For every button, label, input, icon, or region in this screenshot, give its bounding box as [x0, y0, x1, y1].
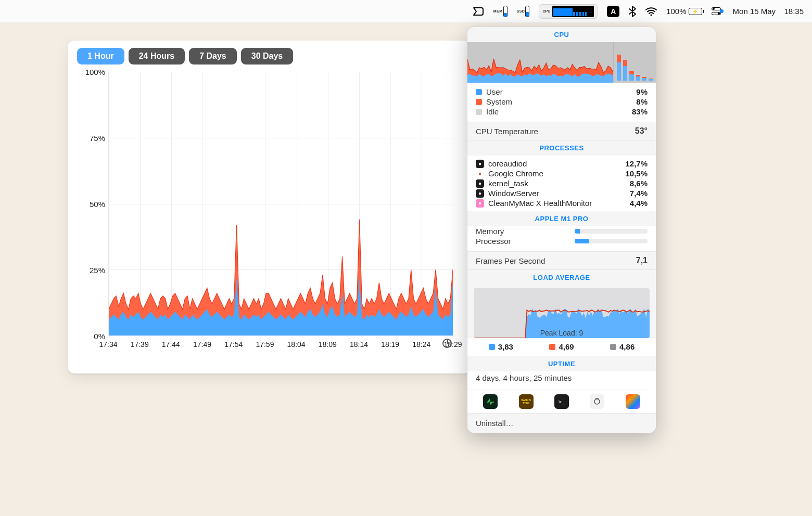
cpu-popup: CPU User9%System8%Idle83% CPU Temperatur… [467, 27, 656, 433]
load-value: 4,86 [610, 342, 635, 351]
process-row: ●Google Chrome10,5% [467, 169, 656, 178]
menubar: MEM SSD CPU A 100% ⚡ Mon 15 May 18:35 [0, 0, 812, 23]
x-tick: 18:09 [319, 340, 337, 349]
menubar-time: 18:35 [784, 7, 804, 16]
x-tick: 17:39 [131, 340, 149, 349]
x-tick: 18:14 [350, 340, 368, 349]
processes-title: PROCESSES [467, 140, 656, 156]
battery-icon: ⚡ [689, 8, 702, 15]
process-row: ●kernel_task8,6% [467, 178, 656, 188]
processor-bar [575, 239, 648, 243]
chart-area: 100%75%50%25%0% 17:3417:3917:4417:4917:5… [77, 69, 461, 359]
uptime-title: UPTIME [467, 356, 656, 371]
y-tick: 25% [77, 266, 105, 275]
menu-item-keyboard-input[interactable]: A [607, 6, 619, 17]
bluetooth-icon [629, 6, 636, 17]
process-row: ●WindowServer7,4% [467, 188, 656, 198]
x-tick: 17:49 [193, 340, 211, 349]
popup-title: CPU [467, 27, 656, 42]
x-tick: 17:34 [99, 340, 117, 349]
x-tick: 17:54 [224, 340, 243, 349]
peak-load-label: Peak Load: 9 [474, 329, 650, 337]
tab-1-hour[interactable]: 1 Hour [77, 48, 124, 64]
load-value: 3,83 [489, 342, 513, 351]
y-tick: 75% [77, 134, 105, 143]
clock-icon [442, 339, 452, 348]
y-tick: 100% [77, 68, 105, 76]
svg-point-1 [594, 399, 600, 404]
menu-item-clock[interactable]: Mon 15 May 18:35 [733, 7, 804, 16]
menu-item-bluetooth[interactable] [629, 6, 636, 17]
svg-point-0 [651, 14, 652, 16]
process-row: ●coreaudiod12,7% [467, 159, 656, 169]
process-row: ●CleanMyMac X HealthMonitor4,4% [467, 198, 656, 208]
app-shortcuts: WARNTOO >_ [467, 390, 656, 413]
cpu-temperature-value: 53° [635, 126, 648, 136]
usage-row: System8% [467, 97, 656, 107]
process-list: ●coreaudiod12,7%●Google Chrome10,5%●kern… [467, 156, 656, 211]
app-system-info[interactable] [590, 394, 604, 409]
fps-value: 7,1 [636, 256, 648, 265]
menu-item-wifi[interactable] [645, 7, 657, 16]
menu-item-battery[interactable]: 100% ⚡ [666, 7, 702, 16]
menu-item-memory[interactable]: MEM [493, 6, 508, 17]
tab-7-days[interactable]: 7 Days [189, 48, 237, 64]
cpu-usage-list: User9%System8%Idle83% [467, 83, 656, 122]
usage-row: User9% [467, 87, 656, 97]
tab-24-hours[interactable]: 24 Hours [129, 48, 185, 64]
x-tick: 18:04 [287, 340, 306, 349]
ssd-label: SSD [517, 10, 525, 13]
cpu-temperature-label: CPU Temperature [476, 127, 538, 136]
usage-row: Idle83% [467, 107, 656, 117]
menu-item-ssd[interactable]: SSD [517, 6, 530, 17]
load-average-graph: Peak Load: 9 [474, 288, 650, 338]
cpu-temperature-row: CPU Temperature 53° [467, 122, 656, 140]
app-activity-monitor[interactable] [483, 394, 498, 409]
range-tabs: 1 Hour 24 Hours 7 Days 30 Days [77, 48, 461, 64]
app-console[interactable]: WARNTOO [519, 394, 534, 409]
chip-bars: Memory Processor [467, 226, 656, 251]
load-value: 4,69 [549, 342, 574, 351]
load-title: LOAD AVERAGE [467, 270, 656, 285]
chip-title: APPLE M1 PRO [467, 211, 656, 226]
battery-percent: 100% [666, 7, 686, 16]
load-values: 3,834,694,86 [467, 338, 656, 356]
fps-label: Frames Per Second [476, 256, 545, 265]
y-tick: 0% [77, 332, 105, 341]
memory-label: MEM [493, 10, 503, 13]
uninstall-button[interactable]: Uninstall… [467, 413, 656, 433]
x-tick: 18:19 [381, 340, 399, 349]
menu-item-control-center[interactable] [712, 7, 724, 15]
app-istat[interactable] [626, 394, 640, 409]
menu-item-app1[interactable] [473, 6, 484, 17]
x-tick: 17:44 [162, 340, 180, 349]
menu-item-cpu[interactable]: CPU [539, 4, 598, 19]
cpu-mini-graph [467, 42, 656, 83]
cpu-bars-icon [552, 6, 594, 17]
uptime-value: 4 days, 4 hours, 25 minutes [467, 371, 656, 390]
tab-30-days[interactable]: 30 Days [241, 48, 294, 64]
fps-row: Frames Per Second 7,1 [467, 251, 656, 270]
app-terminal[interactable]: >_ [554, 394, 569, 409]
cpu-history-panel: 1 Hour 24 Hours 7 Days 30 Days 100%75%50… [68, 41, 471, 373]
cpu-label: CPU [542, 10, 550, 13]
menubar-date: Mon 15 May [733, 7, 776, 16]
wifi-icon [645, 7, 657, 16]
x-tick: 18:24 [412, 340, 430, 349]
memory-label: Memory [476, 227, 504, 236]
processor-label: Processor [476, 237, 511, 246]
input-source-badge: A [607, 6, 619, 17]
x-tick: 17:59 [256, 340, 274, 349]
y-tick: 50% [77, 200, 105, 209]
control-center-icon [712, 7, 721, 15]
memory-bar [575, 229, 648, 234]
